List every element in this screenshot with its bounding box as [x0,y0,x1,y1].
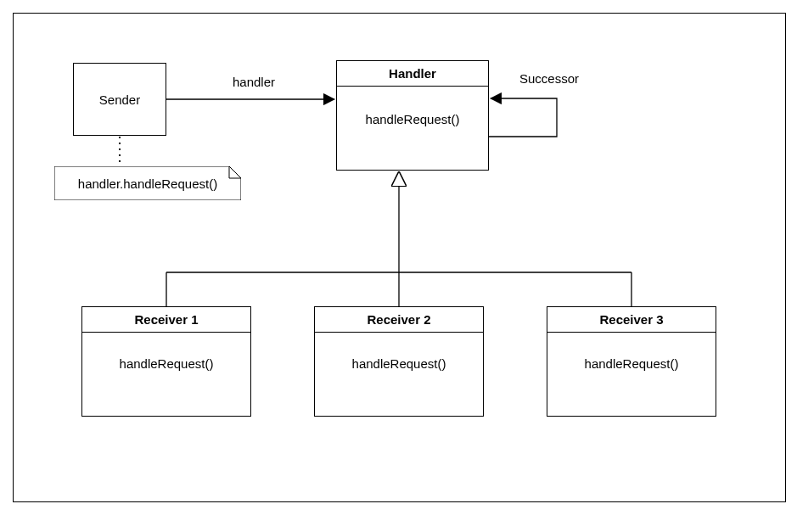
receiver3-title: Receiver 3 [547,307,716,333]
assoc-label-handler: handler [233,75,275,89]
receiver2-title: Receiver 2 [315,307,483,333]
receiver1-title: Receiver 1 [82,307,250,333]
handler-title: Handler [337,61,488,87]
receiver3-class-box: Receiver 3 handleRequest() [547,306,716,417]
arrow-successor-self [489,98,557,137]
diagram-canvas: Sender Handler handleRequest() handler S… [13,13,786,502]
self-assoc-label-successor: Successor [519,71,579,86]
note-text: handler.handleRequest() [78,176,217,191]
sender-class-box: Sender [73,63,166,136]
receiver1-class-box: Receiver 1 handleRequest() [81,306,251,417]
handler-class-box: Handler handleRequest() [336,60,489,171]
receiver2-method: handleRequest() [315,333,483,386]
sender-title: Sender [99,92,140,107]
receiver2-class-box: Receiver 2 handleRequest() [314,306,484,417]
receiver1-method: handleRequest() [82,333,250,386]
receiver3-method: handleRequest() [547,333,716,386]
handler-method: handleRequest() [337,87,488,142]
sender-note: handler.handleRequest() [54,166,241,200]
